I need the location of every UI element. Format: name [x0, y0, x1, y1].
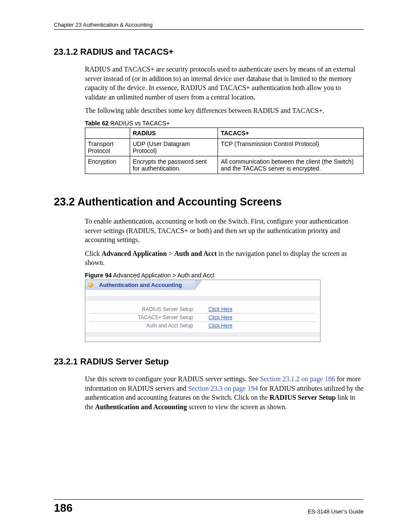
para-23-2-b: Click Advanced Application > Auth and Ac… — [85, 249, 364, 268]
table-row: Transport Protocol UDP (User Datagram Pr… — [85, 138, 364, 156]
figure-94: Authentication and Accounting RADIUS Ser… — [85, 280, 321, 342]
figure-row-tacacs: TACACS+ Server Setup Click Here — [90, 314, 316, 322]
table-row: RADIUS TACACS+ — [85, 128, 364, 138]
table-col-radius: RADIUS — [130, 128, 218, 138]
para-23-1-2-a: RADIUS and TACACS+ are security protocol… — [85, 65, 364, 102]
figure-row-label: RADIUS Server Setup — [90, 306, 209, 312]
heading-23-1-2: 23.1.2 RADIUS and TACACS+ — [54, 47, 364, 57]
footer: 186 ES-3148 User’s Guide — [54, 499, 364, 515]
running-header: Chapter 23 Authentication & Accounting — [54, 22, 364, 30]
txt: Click — [85, 250, 102, 257]
table-62-lead: Table 62 — [85, 120, 109, 127]
txt: Use this screen to configure your RADIUS… — [85, 375, 260, 383]
heading-23-2: 23.2 Authentication and Accounting Scree… — [54, 196, 364, 208]
para-23-1-2-b: The following table describes some key d… — [85, 106, 364, 115]
xref-23-1-2[interactable]: Section 23.1.2 on page 186 — [260, 375, 335, 383]
click-here-link[interactable]: Click Here — [209, 323, 232, 329]
click-here-link[interactable]: Click Here — [209, 314, 232, 320]
para-23-2-a: To enable authentication, accounting or … — [85, 217, 364, 245]
cell: TCP (Transmission Control Protocol) — [218, 138, 364, 156]
cell: Encryption — [85, 156, 130, 174]
figure-94-caption: Figure 94 Advanced Application > Auth an… — [85, 272, 364, 279]
cell: All communication between the client (th… — [218, 156, 364, 174]
xref-23-3[interactable]: Section 23.3 on page 194 — [188, 385, 258, 392]
bold-advanced-application: Advanced Application — [102, 250, 167, 257]
figure-band — [85, 332, 320, 337]
bold-auth-and-acct: Auth and Acct — [174, 250, 217, 257]
click-here-link[interactable]: Click Here — [209, 306, 232, 312]
table-col-tacacs: TACACS+ — [218, 128, 364, 138]
figure-94-lead: Figure 94 — [85, 272, 112, 279]
cell: Transport Protocol — [85, 138, 130, 156]
figure-row-auth-acct: Auth and Acct Setup Click Here — [90, 322, 316, 330]
heading-23-2-1: 23.2.1 RADIUS Server Setup — [54, 357, 364, 367]
figure-tab: Authentication and Accounting — [85, 280, 320, 290]
figure-row-label: TACACS+ Server Setup — [90, 314, 209, 320]
cell: UDP (User Datagram Protocol) — [130, 138, 218, 156]
figure-row-radius: RADIUS Server Setup Click Here — [90, 305, 316, 314]
dot-icon — [88, 282, 93, 287]
table-62-rest: RADIUS vs TACACS+ — [109, 120, 170, 127]
table-row: Encryption Encrypts the password sent fo… — [85, 156, 364, 174]
bold-auth-and-accounting: Authentication and Accounting — [95, 403, 187, 411]
cell: Encrypts the password sent for authentic… — [130, 156, 218, 174]
figure-row-label: Auth and Acct Setup — [90, 323, 209, 329]
bold-radius-server-setup: RADIUS Server Setup — [270, 394, 336, 401]
tab-dot-wrap — [85, 280, 96, 290]
figure-body: RADIUS Server Setup Click Here TACACS+ S… — [85, 290, 320, 342]
para-23-2-1: Use this screen to configure your RADIUS… — [85, 374, 364, 411]
table-col-0 — [85, 128, 130, 138]
figure-title: Authentication and Accounting — [96, 280, 195, 290]
table-62-caption: Table 62 RADIUS vs TACACS+ — [85, 120, 364, 127]
figure-94-rest: Advanced Application > Auth and Acct — [112, 272, 215, 279]
page-number: 186 — [54, 501, 72, 515]
txt: screen to view the screen as shown. — [187, 403, 287, 411]
table-62: RADIUS TACACS+ Transport Protocol UDP (U… — [85, 128, 364, 174]
figure-band — [85, 296, 320, 301]
txt: > — [167, 250, 174, 257]
guide-name: ES-3148 User’s Guide — [308, 508, 364, 515]
